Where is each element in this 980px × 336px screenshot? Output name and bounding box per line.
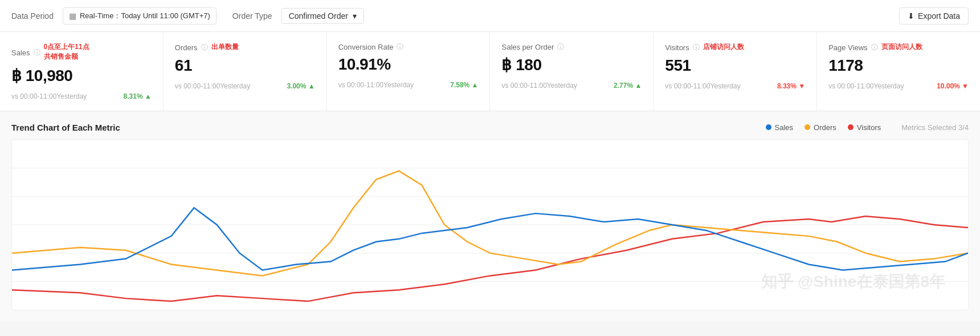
- chart-area: 知乎 @Shine在泰国第8年: [11, 139, 969, 310]
- chart-legend: Sales Orders Visitors Metrics Selected 3…: [766, 123, 969, 132]
- chart-title: Trend Chart of Each Metric: [11, 123, 120, 132]
- order-type-label: Order Type: [232, 11, 272, 21]
- metric-card-sales_per_order: Sales per Order ⓘ ฿ 180 vs 00:00-11:00Ye…: [490, 32, 654, 111]
- info-icon-visitors[interactable]: ⓘ: [693, 43, 700, 52]
- metric-value-sales: ฿ 10,980: [11, 66, 152, 85]
- comparison-label-sales_per_order: vs 00:00-11:00Yesterday: [501, 81, 577, 91]
- data-period-label: Data Period: [11, 11, 54, 21]
- top-bar: Data Period ▦ Real-Time：Today Until 11:0…: [0, 0, 980, 32]
- comparison-label-page_views: vs 00:00-11:00Yesterday: [828, 82, 904, 91]
- info-icon-orders[interactable]: ⓘ: [201, 43, 208, 52]
- metric-annotation-page_views: 页面访问人数: [881, 42, 922, 52]
- metric-comparison-visitors: vs 00:00-11:00Yesterday 8.33%: [665, 82, 805, 91]
- metric-header-visitors: Visitors ⓘ 店铺访问人数: [665, 42, 805, 53]
- metrics-selected-label: Metrics Selected 3/4: [901, 123, 969, 132]
- chart-header: Trend Chart of Each Metric Sales Orders …: [11, 123, 969, 132]
- legend-label-sales: Sales: [775, 123, 794, 132]
- metric-header-sales_per_order: Sales per Order ⓘ: [501, 42, 642, 52]
- change-value-conversion: 7.58%: [450, 81, 478, 89]
- export-button[interactable]: ⬇ Export Data: [899, 7, 969, 25]
- change-value-sales: 8.31%: [124, 92, 152, 100]
- legend-label-orders: Orders: [814, 123, 836, 132]
- export-label: Export Data: [918, 11, 960, 21]
- trend-chart: [12, 140, 968, 310]
- metric-value-page_views: 1178: [828, 56, 969, 75]
- change-value-sales_per_order: 2.77%: [614, 82, 642, 90]
- info-icon-sales[interactable]: ⓘ: [34, 48, 40, 58]
- legend-item-sales[interactable]: Sales: [766, 123, 794, 132]
- metric-header-orders: Orders ⓘ 出单数量: [175, 42, 315, 53]
- metric-value-visitors: 551: [665, 56, 805, 75]
- metric-value-sales_per_order: ฿ 180: [501, 55, 642, 74]
- metric-annotation-orders: 出单数量: [211, 42, 239, 52]
- metric-comparison-sales: vs 00:00-11:00Yesterday 8.31%: [11, 92, 152, 102]
- legend-dot-sales: [766, 124, 771, 130]
- metrics-row: Sales ⓘ 0点至上午11点共销售金额 ฿ 10,980 vs 00:00-…: [0, 32, 980, 111]
- metric-header-conversion: Conversion Rate ⓘ: [338, 42, 479, 52]
- metric-title-sales_per_order: Sales per Order: [501, 43, 554, 51]
- chevron-down-icon: ▾: [353, 11, 357, 21]
- realtime-badge[interactable]: ▦ Real-Time：Today Until 11:00 (GMT+7): [63, 7, 217, 25]
- change-value-orders: 3.00%: [287, 82, 315, 90]
- metric-value-conversion: 10.91%: [338, 55, 479, 74]
- download-icon: ⬇: [908, 11, 914, 21]
- legend-item-orders[interactable]: Orders: [805, 123, 836, 132]
- metric-comparison-sales_per_order: vs 00:00-11:00Yesterday 2.77%: [501, 81, 642, 91]
- chart-section: Trend Chart of Each Metric Sales Orders …: [0, 111, 980, 322]
- info-icon-page_views[interactable]: ⓘ: [871, 43, 878, 52]
- comparison-label-conversion: vs 00:00-11:00Yesterday: [338, 80, 414, 90]
- metric-title-page_views: Page Views: [828, 43, 867, 52]
- metric-comparison-page_views: vs 00:00-11:00Yesterday 10.00%: [828, 82, 969, 91]
- metric-comparison-orders: vs 00:00-11:00Yesterday 3.00%: [175, 82, 315, 91]
- metric-title-sales: Sales: [11, 48, 30, 57]
- legend-item-visitors[interactable]: Visitors: [848, 123, 881, 132]
- order-type-dropdown[interactable]: Confirmed Order ▾: [281, 8, 364, 24]
- legend-dot-visitors: [848, 124, 854, 130]
- metric-value-orders: 61: [175, 56, 315, 75]
- legend-label-visitors: Visitors: [857, 123, 881, 132]
- legend-dot-orders: [805, 124, 810, 130]
- comparison-label-sales: vs 00:00-11:00Yesterday: [11, 92, 87, 102]
- calendar-icon: ▦: [69, 11, 76, 21]
- metric-annotation-visitors: 店铺访问人数: [703, 42, 744, 52]
- order-type-value: Confirmed Order: [289, 11, 348, 21]
- comparison-label-orders: vs 00:00-11:00Yesterday: [175, 82, 250, 91]
- comparison-label-visitors: vs 00:00-11:00Yesterday: [665, 82, 740, 91]
- metric-card-visitors: Visitors ⓘ 店铺访问人数 551 vs 00:00-11:00Yest…: [654, 32, 817, 111]
- info-icon-sales_per_order[interactable]: ⓘ: [557, 42, 564, 52]
- metric-card-conversion: Conversion Rate ⓘ 10.91% vs 00:00-11:00Y…: [327, 32, 491, 111]
- metric-header-sales: Sales ⓘ 0点至上午11点共销售金额: [11, 42, 152, 63]
- metric-card-sales: Sales ⓘ 0点至上午11点共销售金额 ฿ 10,980 vs 00:00-…: [0, 32, 164, 111]
- metric-card-orders: Orders ⓘ 出单数量 61 vs 00:00-11:00Yesterday…: [164, 32, 327, 111]
- change-value-page_views: 10.00%: [937, 82, 969, 90]
- change-value-visitors: 8.33%: [777, 82, 805, 90]
- metric-annotation-sales: 0点至上午11点共销售金额: [44, 42, 89, 62]
- metric-title-visitors: Visitors: [665, 43, 689, 52]
- metric-title-orders: Orders: [175, 43, 198, 52]
- info-icon-conversion[interactable]: ⓘ: [397, 42, 403, 52]
- metric-header-page_views: Page Views ⓘ 页面访问人数: [828, 42, 969, 53]
- metric-comparison-conversion: vs 00:00-11:00Yesterday 7.58%: [338, 80, 479, 90]
- metric-title-conversion: Conversion Rate: [338, 43, 394, 51]
- realtime-text: Real-Time：Today Until 11:00 (GMT+7): [80, 11, 210, 21]
- metric-card-page_views: Page Views ⓘ 页面访问人数 1178 vs 00:00-11:00Y…: [817, 32, 980, 111]
